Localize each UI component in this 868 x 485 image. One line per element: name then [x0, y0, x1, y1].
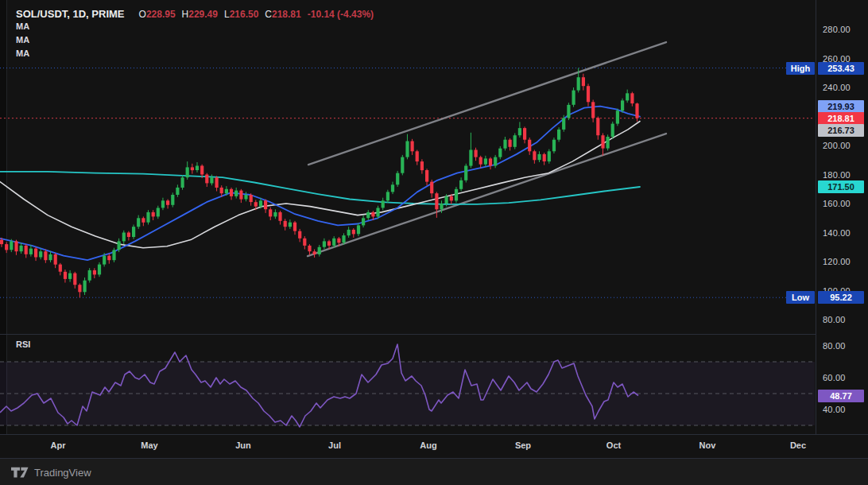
- ma-white-line: [0, 122, 640, 248]
- low-label: L: [224, 9, 230, 20]
- price-axis-tick: 180.00: [823, 170, 851, 180]
- time-axis-month-jul: Jul: [328, 440, 341, 450]
- channel-upper-line: [308, 42, 666, 165]
- tradingview-brand-text: TradingView: [34, 467, 91, 479]
- time-axis-month-jun: Jun: [235, 440, 251, 450]
- price-axis-tick: 120.00: [823, 257, 851, 266]
- pane-divider[interactable]: [0, 334, 868, 335]
- price-chart-canvas[interactable]: [0, 0, 816, 458]
- price-badge-95.22: 95.22: [818, 291, 864, 304]
- indicator-row-ma1[interactable]: MA: [16, 20, 374, 33]
- close-label: C: [265, 9, 272, 20]
- rsi-axis-tick: 80.00: [823, 341, 846, 351]
- low-marker-label: Low: [786, 291, 815, 304]
- price-axis-tick: 200.00: [823, 141, 851, 150]
- channel-lower-line: [308, 134, 666, 256]
- change-value: -10.14 (-4.43%): [308, 9, 374, 20]
- price-badge-216.73: 216.73: [818, 124, 864, 137]
- rsi-indicator-label[interactable]: RSI: [16, 340, 30, 349]
- rsi-axis-tick: 40.00: [823, 405, 846, 414]
- high-label: H: [182, 9, 189, 20]
- time-axis-month-aug: Aug: [420, 440, 436, 450]
- price-axis[interactable]: 280.00260.00240.00220.00200.00180.00160.…: [816, 0, 868, 457]
- tradingview-logo-icon: [11, 467, 29, 479]
- time-axis[interactable]: AprMayJunJulAugSepOctNovDec: [0, 434, 868, 458]
- price-badge-219.93: 219.93: [818, 100, 864, 113]
- time-axis-month-may: May: [141, 440, 157, 450]
- time-axis-month-oct: Oct: [606, 440, 621, 450]
- price-axis-tick: 80.00: [823, 315, 846, 324]
- price-axis-tick: 280.00: [823, 25, 851, 34]
- high-marker-label: High: [786, 62, 815, 75]
- close-value: 218.81: [272, 9, 301, 20]
- price-axis-tick: 160.00: [823, 199, 851, 208]
- open-label: O: [139, 9, 146, 20]
- indicator-row-ma2[interactable]: MA: [16, 33, 374, 47]
- open-value: 228.95: [146, 9, 176, 20]
- tradingview-chart-window: SOL/USDT, 1D, PRIMEO228.95H229.49L216.50…: [0, 0, 868, 485]
- price-axis-tick: 240.00: [823, 83, 851, 92]
- low-value: 216.50: [230, 9, 259, 20]
- time-axis-month-dec: Dec: [790, 440, 806, 450]
- indicator-row-ma3[interactable]: MA: [16, 47, 374, 60]
- symbol-legend-row[interactable]: SOL/USDT, 1D, PRIMEO228.95H229.49L216.50…: [16, 6, 374, 20]
- rsi-axis-tick: 60.00: [823, 373, 846, 382]
- symbol-title[interactable]: SOL/USDT, 1D, PRIME: [16, 8, 125, 20]
- tradingview-logo-link[interactable]: TradingView: [11, 467, 91, 479]
- high-value: 229.49: [188, 9, 218, 20]
- time-axis-month-sep: Sep: [515, 440, 531, 450]
- candlestick-series: [0, 68, 639, 298]
- chart-legend: SOL/USDT, 1D, PRIMEO228.95H229.49L216.50…: [16, 6, 374, 60]
- price-badge-218.81: 218.81: [818, 112, 864, 125]
- ma-cyan-line: [0, 172, 640, 204]
- price-badge-48.77: 48.77: [818, 390, 864, 402]
- bottom-toolbar: TradingView: [0, 458, 868, 485]
- time-axis-month-apr: Apr: [51, 440, 66, 450]
- price-axis-tick: 140.00: [823, 228, 851, 238]
- time-axis-month-nov: Nov: [699, 440, 716, 450]
- price-badge-171.50: 171.50: [818, 180, 864, 193]
- price-badge-253.43: 253.43: [818, 62, 864, 75]
